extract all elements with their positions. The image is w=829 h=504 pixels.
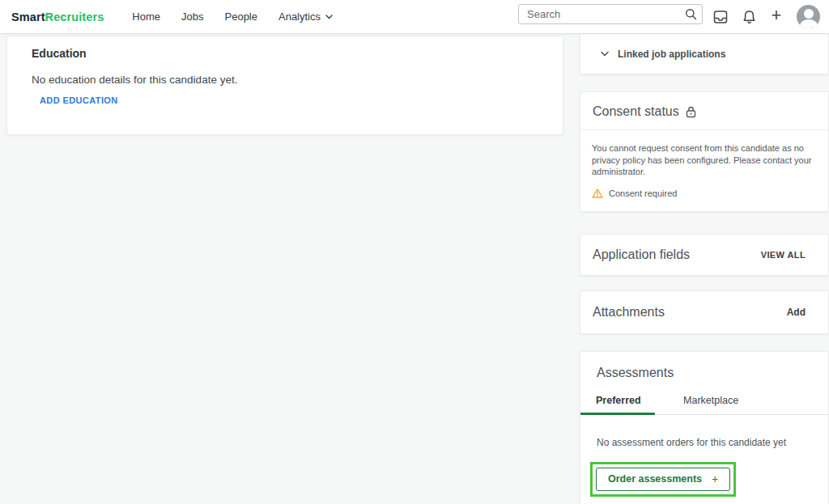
nav-item-label: Analytics <box>278 11 321 23</box>
logo-text-primary: Smart <box>11 11 45 23</box>
search-box <box>518 4 703 24</box>
assessments-title: Assessments <box>580 352 828 380</box>
application-fields-title: Application fields <box>593 248 690 262</box>
nav-item-label: People <box>225 11 257 23</box>
order-assessments-button[interactable]: Order assessments + <box>596 468 730 491</box>
app-logo[interactable]: SmartRecruiters <box>11 11 104 23</box>
lock-icon <box>686 106 696 118</box>
consent-message: You cannot request consent from this can… <box>580 130 828 178</box>
plus-icon: + <box>712 472 718 485</box>
nav-item-people[interactable]: People <box>215 6 268 28</box>
linked-job-applications-card[interactable]: Linked job applications <box>580 34 829 74</box>
assessments-card: Assessments Preferred Marketplace No ass… <box>580 351 829 504</box>
order-assessments-label: Order assessments <box>608 473 702 485</box>
logo-text-secondary: Recruiters <box>45 11 104 23</box>
view-all-button[interactable]: VIEW ALL <box>761 250 806 260</box>
consent-status-card: Consent status You cannot request consen… <box>580 91 829 212</box>
avatar[interactable] <box>797 5 820 28</box>
attachments-title: Attachments <box>593 305 665 320</box>
education-card: Education No education details for this … <box>6 36 563 135</box>
nav-item-jobs[interactable]: Jobs <box>171 6 214 28</box>
top-navbar: SmartRecruiters Home Jobs People Analyti… <box>0 0 829 34</box>
attachments-card: Attachments Add <box>580 290 829 334</box>
warning-triangle-icon <box>592 188 603 198</box>
bell-icon[interactable] <box>741 9 757 25</box>
tab-marketplace[interactable]: Marketplace <box>683 395 738 406</box>
search-icon[interactable] <box>679 8 702 20</box>
nav-item-analytics[interactable]: Analytics <box>268 6 343 28</box>
inbox-icon[interactable] <box>712 9 729 25</box>
tab-preferred[interactable]: Preferred <box>596 395 641 406</box>
assessments-tabs: Preferred Marketplace <box>580 392 828 415</box>
nav-item-home[interactable]: Home <box>121 6 171 28</box>
add-attachment-button[interactable]: Add <box>787 307 806 318</box>
linked-job-applications-label: Linked job applications <box>618 49 725 60</box>
order-assessments-highlight-box: Order assessments + <box>590 462 736 497</box>
avatar-person-icon <box>804 9 814 19</box>
assessments-empty-message: No assessment orders for this candidate … <box>597 437 812 448</box>
consent-status-label: Consent required <box>609 188 677 198</box>
consent-status-title: Consent status <box>593 104 679 119</box>
search-input[interactable] <box>519 8 679 20</box>
nav-item-label: Jobs <box>181 11 203 23</box>
plus-icon[interactable]: + <box>768 7 784 23</box>
add-education-button[interactable]: ADD EDUCATION <box>40 95 118 105</box>
active-tab-underline <box>580 413 655 415</box>
application-fields-card: Application fields VIEW ALL <box>580 234 829 276</box>
chevron-down-icon <box>325 15 333 19</box>
nav-item-label: Home <box>132 11 160 23</box>
consent-status-row: Consent required <box>592 188 828 198</box>
consent-status-header: Consent status <box>580 92 828 130</box>
chevron-down-icon[interactable] <box>601 51 609 57</box>
education-title: Education <box>7 36 563 60</box>
primary-nav: Home Jobs People Analytics <box>121 6 343 28</box>
education-empty-message: No education details for this candidate … <box>7 60 563 86</box>
